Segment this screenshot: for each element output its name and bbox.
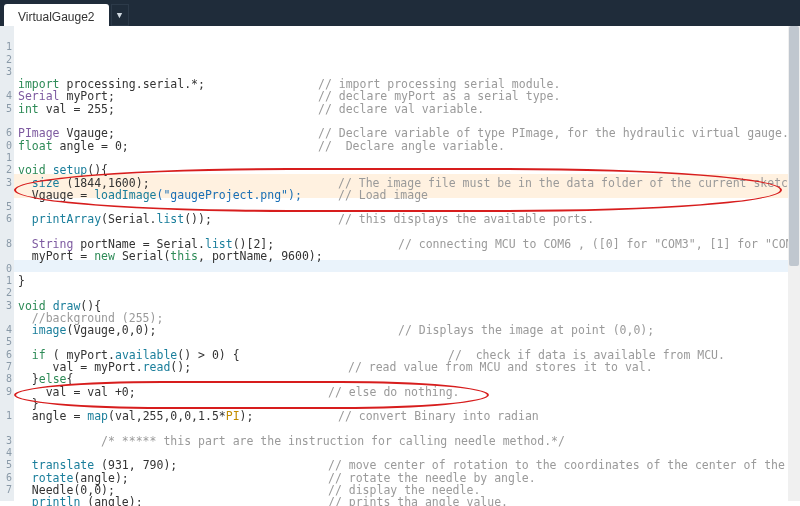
code-editor[interactable]: import processing.serial.*;// import pro… (14, 26, 800, 501)
tab-title: VirtualGauge2 (18, 10, 95, 24)
line-gutter: 12345601235680123456789134567 (0, 26, 14, 501)
tab-dropdown[interactable]: ▼ (111, 4, 129, 26)
vertical-scrollbar[interactable] (788, 26, 800, 501)
file-tab[interactable]: VirtualGauge2 (4, 4, 109, 26)
scroll-thumb[interactable] (789, 26, 799, 266)
chevron-down-icon: ▼ (117, 10, 122, 20)
tab-bar: VirtualGauge2 ▼ (0, 0, 800, 26)
